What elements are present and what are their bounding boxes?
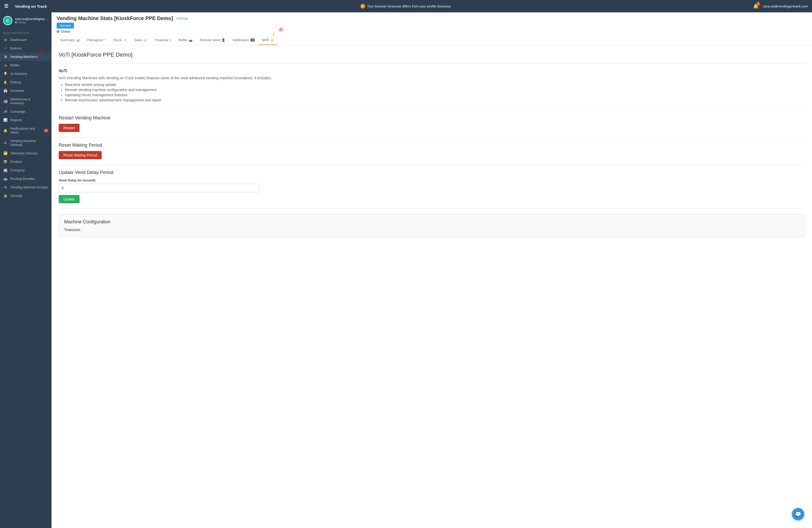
app-title: Vending on Track xyxy=(15,4,47,9)
campaign-icon: 📣 xyxy=(3,109,8,114)
voti-feature-2: Remote vending machine configuration and… xyxy=(65,88,805,92)
tab-label: Planogram xyxy=(87,38,103,42)
sidebar-item-buttons[interactable]: ✓ Buttons ‹ xyxy=(0,44,52,53)
tab-stock[interactable]: Stock ⚡ xyxy=(110,35,131,45)
sidebar-item-vending-machines[interactable]: 🖥 Vending Machines ‹ 1) ↙ xyxy=(0,53,52,61)
sidebar-item-label: Refills xyxy=(10,63,45,67)
sidebar-item-label: Vending Machines xyxy=(10,55,45,59)
chat-icon: 💬 xyxy=(795,511,801,517)
machine-config-box: Machine Configuration Timezone: xyxy=(59,214,805,237)
sidebar-item-reports[interactable]: 📊 Reports ‹ xyxy=(0,116,52,124)
notification-bell[interactable]: 🔔 7 xyxy=(753,3,759,9)
tab-label: Stock xyxy=(113,38,122,42)
chat-button[interactable]: 💬 xyxy=(792,508,804,520)
sidebar-item-label: Buttons xyxy=(10,46,45,50)
warehouse-icon: 🏭 xyxy=(3,99,8,103)
ai-advisory-icon: 💡 xyxy=(3,72,8,76)
main-layout: C cara.cui@vendingtrack... Online MAIN N… xyxy=(0,12,812,528)
tab-voti[interactable]: VoTi ⭐ 2) ↓ xyxy=(259,35,277,45)
notifications-badge: 7 xyxy=(44,129,48,132)
tab-label: Refills xyxy=(178,38,187,42)
sidebar-username: cara.cui@vendingtrack... xyxy=(15,17,48,21)
hamburger-icon[interactable]: ☰ xyxy=(4,3,8,9)
sidebar-item-label: Notifications and Alerts xyxy=(10,127,41,134)
sidebar-item-security[interactable]: 🔒 Security xyxy=(0,191,52,200)
settings-link[interactable]: Settings xyxy=(176,16,188,20)
groups-icon: ⊞ xyxy=(3,185,8,189)
divider-4 xyxy=(59,164,805,165)
sidebar-section-label: MAIN NAVIGATION xyxy=(0,29,52,35)
vend-delay-title: Update Vend Delay Period xyxy=(59,170,805,175)
planogram-icon: ? xyxy=(104,38,106,42)
topbar: ☰ Vending on Track ! Your browser timezo… xyxy=(0,0,812,12)
chevron-icon: ‹ xyxy=(48,89,48,92)
warning-icon: ! xyxy=(360,4,365,9)
sidebar-item-label: Vending Machine Groups xyxy=(10,185,48,189)
tab-label: Remote Vend xyxy=(200,38,220,42)
sidebar-item-label: AI Advisory xyxy=(10,72,48,76)
timezone-warning-bar: ! Your browser timezone differs from you… xyxy=(205,4,607,9)
machine-config-title: Machine Configuration xyxy=(64,219,799,225)
reset-section-title: Reset Waiting Period xyxy=(59,143,805,148)
notification-count: 7 xyxy=(756,2,760,6)
security-icon: 🔒 xyxy=(3,194,8,197)
tab-summary[interactable]: Summary 📊 xyxy=(57,35,83,45)
vend-delay-input[interactable] xyxy=(59,184,260,192)
sidebar-item-label: Security xyxy=(10,194,48,197)
reset-waiting-period-button[interactable]: Reset Waiting Period xyxy=(59,151,102,159)
sidebar-item-label: Vending Machine Settings xyxy=(10,139,48,147)
chevron-icon: ‹ xyxy=(48,119,48,121)
sidebar-item-notifications[interactable]: 🔔 Notifications and Alerts 7 xyxy=(0,124,52,137)
sidebar-item-campaign[interactable]: 📣 Campaign ‹ xyxy=(0,107,52,116)
sidebar-item-vending-machine-settings[interactable]: ⚙ Vending Machine Settings xyxy=(0,137,52,149)
service-badge[interactable]: Service xyxy=(57,23,74,29)
tabs-row: Summary 📊 Planogram ? Stock ⚡ Sales 📈 Fi… xyxy=(57,35,807,45)
sidebar-item-refills[interactable]: 🚗 Refills ‹ xyxy=(0,61,52,70)
vend-delay-label: Vend Delay (in second) xyxy=(59,178,805,182)
sidebar-item-product[interactable]: 📦 Product ‹ xyxy=(0,158,52,166)
sidebar-item-ai-advisory[interactable]: 💡 AI Advisory xyxy=(0,70,52,78)
tab-label: Financial xyxy=(155,38,168,42)
sales-icon: 📈 xyxy=(144,38,147,42)
sidebar-item-vending-machine-groups[interactable]: ⊞ Vending Machine Groups xyxy=(0,183,52,191)
sidebar-item-label: Schedule xyxy=(10,89,45,93)
tab-financial[interactable]: Financial $ xyxy=(151,35,175,45)
chevron-icon: ‹ xyxy=(48,38,48,41)
restart-section-title: Restart Vending Machine xyxy=(59,115,805,121)
online-status: Online xyxy=(15,21,48,24)
product-icon: 📦 xyxy=(3,160,8,164)
sidebar-item-telemetry-devices[interactable]: 📶 Telemetry Devices xyxy=(0,149,52,158)
tab-notification[interactable]: Notification 0 xyxy=(229,35,259,45)
notifications-icon: 🔔 xyxy=(3,129,8,133)
tab-planogram[interactable]: Planogram ? xyxy=(83,35,110,45)
tab-refills[interactable]: Refills 🚗 xyxy=(175,35,196,45)
tab-remote-vend[interactable]: Remote Vend 👤 xyxy=(196,35,229,45)
sidebar-item-company[interactable]: 🏢 Company ‹ xyxy=(0,166,52,174)
settings-icon: ⚙ xyxy=(3,141,8,145)
tab-sales[interactable]: Sales 📈 xyxy=(131,35,151,45)
user-email[interactable]: cara.cui@vendingontrack.com xyxy=(763,4,808,8)
content-area: Vending Machine Stats [KioskForce PPE De… xyxy=(52,12,812,528)
update-button[interactable]: Update xyxy=(59,195,79,203)
sidebar-item-routing-bundles[interactable]: 🚌 Routing Bundles xyxy=(0,174,52,183)
voti-heading: VoTi xyxy=(59,69,805,73)
page-title-row: Vending Machine Stats [KioskForce PPE De… xyxy=(57,15,807,21)
restart-button[interactable]: Restart xyxy=(59,124,79,132)
buttons-icon: ✓ xyxy=(3,46,8,50)
sidebar-item-schedule[interactable]: 📅 Schedule ‹ xyxy=(0,86,52,95)
chevron-icon: ‹ xyxy=(48,55,48,58)
sidebar-item-warehouse[interactable]: 🏭 Warehouse & Inventory ‹ xyxy=(0,95,52,107)
telemetry-icon: 📶 xyxy=(3,151,8,155)
summary-icon: 📊 xyxy=(76,38,80,42)
page-header: Vending Machine Stats [KioskForce PPE De… xyxy=(52,12,812,45)
company-icon: 🏢 xyxy=(3,168,8,172)
picking-icon: ✋ xyxy=(3,80,8,84)
sidebar-item-dashboard[interactable]: ⊞ Dashboard ‹ xyxy=(0,35,52,44)
sidebar-item-picking[interactable]: ✋ Picking ‹ xyxy=(0,78,52,86)
sidebar-item-label: Warehouse & Inventory xyxy=(10,97,45,105)
divider-2 xyxy=(59,110,805,110)
refills-icon: 🚗 xyxy=(3,63,8,67)
tab-label: Notification xyxy=(232,38,249,42)
chevron-icon: ‹ xyxy=(48,160,48,163)
sidebar-user: C cara.cui@vendingtrack... Online xyxy=(0,12,52,29)
